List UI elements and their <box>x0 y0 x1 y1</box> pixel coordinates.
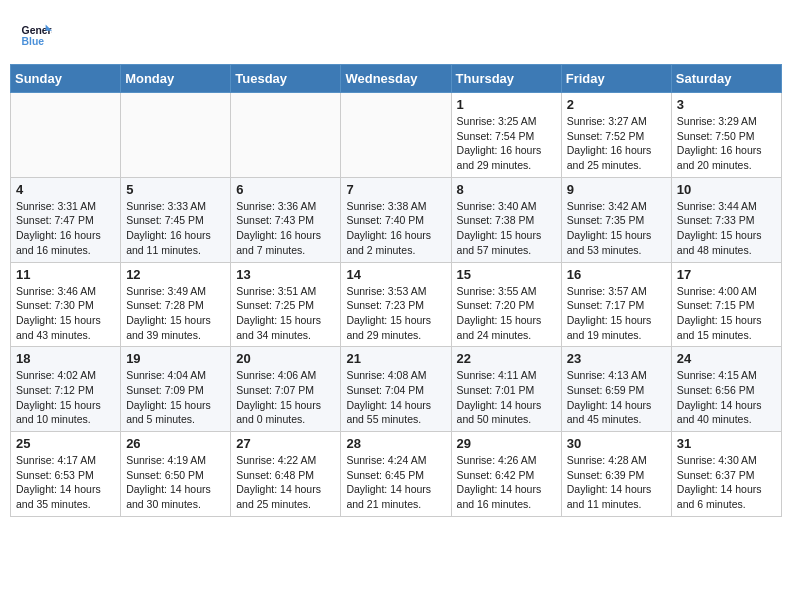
calendar-table: SundayMondayTuesdayWednesdayThursdayFrid… <box>10 64 782 517</box>
day-number: 14 <box>346 267 445 282</box>
day-number: 27 <box>236 436 335 451</box>
day-detail: Sunrise: 4:17 AMSunset: 6:53 PMDaylight:… <box>16 453 115 512</box>
calendar-cell: 1Sunrise: 3:25 AMSunset: 7:54 PMDaylight… <box>451 93 561 178</box>
weekday-header-friday: Friday <box>561 65 671 93</box>
svg-text:Blue: Blue <box>22 36 45 47</box>
day-number: 4 <box>16 182 115 197</box>
day-number: 10 <box>677 182 776 197</box>
day-detail: Sunrise: 4:02 AMSunset: 7:12 PMDaylight:… <box>16 368 115 427</box>
day-number: 29 <box>457 436 556 451</box>
day-number: 16 <box>567 267 666 282</box>
day-number: 28 <box>346 436 445 451</box>
day-number: 21 <box>346 351 445 366</box>
day-number: 23 <box>567 351 666 366</box>
weekday-header-tuesday: Tuesday <box>231 65 341 93</box>
day-detail: Sunrise: 4:13 AMSunset: 6:59 PMDaylight:… <box>567 368 666 427</box>
calendar-cell: 27Sunrise: 4:22 AMSunset: 6:48 PMDayligh… <box>231 432 341 517</box>
logo-icon: General Blue <box>20 18 52 50</box>
calendar-cell: 25Sunrise: 4:17 AMSunset: 6:53 PMDayligh… <box>11 432 121 517</box>
weekday-header-wednesday: Wednesday <box>341 65 451 93</box>
day-detail: Sunrise: 3:53 AMSunset: 7:23 PMDaylight:… <box>346 284 445 343</box>
day-detail: Sunrise: 3:38 AMSunset: 7:40 PMDaylight:… <box>346 199 445 258</box>
day-detail: Sunrise: 4:22 AMSunset: 6:48 PMDaylight:… <box>236 453 335 512</box>
day-detail: Sunrise: 3:46 AMSunset: 7:30 PMDaylight:… <box>16 284 115 343</box>
day-detail: Sunrise: 3:51 AMSunset: 7:25 PMDaylight:… <box>236 284 335 343</box>
logo: General Blue <box>20 18 52 50</box>
day-number: 22 <box>457 351 556 366</box>
calendar-cell <box>231 93 341 178</box>
calendar-header-row: SundayMondayTuesdayWednesdayThursdayFrid… <box>11 65 782 93</box>
day-number: 11 <box>16 267 115 282</box>
calendar-cell <box>341 93 451 178</box>
weekday-header-thursday: Thursday <box>451 65 561 93</box>
day-detail: Sunrise: 4:30 AMSunset: 6:37 PMDaylight:… <box>677 453 776 512</box>
day-number: 12 <box>126 267 225 282</box>
day-number: 20 <box>236 351 335 366</box>
calendar-cell: 23Sunrise: 4:13 AMSunset: 6:59 PMDayligh… <box>561 347 671 432</box>
day-detail: Sunrise: 3:49 AMSunset: 7:28 PMDaylight:… <box>126 284 225 343</box>
day-number: 13 <box>236 267 335 282</box>
calendar-cell: 13Sunrise: 3:51 AMSunset: 7:25 PMDayligh… <box>231 262 341 347</box>
day-detail: Sunrise: 4:26 AMSunset: 6:42 PMDaylight:… <box>457 453 556 512</box>
day-number: 9 <box>567 182 666 197</box>
calendar-cell: 4Sunrise: 3:31 AMSunset: 7:47 PMDaylight… <box>11 177 121 262</box>
day-number: 1 <box>457 97 556 112</box>
day-detail: Sunrise: 4:28 AMSunset: 6:39 PMDaylight:… <box>567 453 666 512</box>
page-header: General Blue <box>10 10 782 54</box>
day-number: 17 <box>677 267 776 282</box>
calendar-cell: 22Sunrise: 4:11 AMSunset: 7:01 PMDayligh… <box>451 347 561 432</box>
calendar-cell: 19Sunrise: 4:04 AMSunset: 7:09 PMDayligh… <box>121 347 231 432</box>
calendar-cell: 16Sunrise: 3:57 AMSunset: 7:17 PMDayligh… <box>561 262 671 347</box>
calendar-cell: 29Sunrise: 4:26 AMSunset: 6:42 PMDayligh… <box>451 432 561 517</box>
calendar-cell: 8Sunrise: 3:40 AMSunset: 7:38 PMDaylight… <box>451 177 561 262</box>
day-number: 30 <box>567 436 666 451</box>
calendar-cell: 6Sunrise: 3:36 AMSunset: 7:43 PMDaylight… <box>231 177 341 262</box>
calendar-cell: 31Sunrise: 4:30 AMSunset: 6:37 PMDayligh… <box>671 432 781 517</box>
day-detail: Sunrise: 3:42 AMSunset: 7:35 PMDaylight:… <box>567 199 666 258</box>
day-number: 31 <box>677 436 776 451</box>
calendar-cell <box>11 93 121 178</box>
day-detail: Sunrise: 3:44 AMSunset: 7:33 PMDaylight:… <box>677 199 776 258</box>
day-number: 6 <box>236 182 335 197</box>
calendar-cell: 20Sunrise: 4:06 AMSunset: 7:07 PMDayligh… <box>231 347 341 432</box>
calendar-week-row: 18Sunrise: 4:02 AMSunset: 7:12 PMDayligh… <box>11 347 782 432</box>
day-detail: Sunrise: 4:06 AMSunset: 7:07 PMDaylight:… <box>236 368 335 427</box>
day-number: 26 <box>126 436 225 451</box>
day-detail: Sunrise: 3:25 AMSunset: 7:54 PMDaylight:… <box>457 114 556 173</box>
day-detail: Sunrise: 3:27 AMSunset: 7:52 PMDaylight:… <box>567 114 666 173</box>
day-detail: Sunrise: 4:11 AMSunset: 7:01 PMDaylight:… <box>457 368 556 427</box>
calendar-week-row: 4Sunrise: 3:31 AMSunset: 7:47 PMDaylight… <box>11 177 782 262</box>
calendar-cell: 3Sunrise: 3:29 AMSunset: 7:50 PMDaylight… <box>671 93 781 178</box>
day-detail: Sunrise: 3:57 AMSunset: 7:17 PMDaylight:… <box>567 284 666 343</box>
day-detail: Sunrise: 4:24 AMSunset: 6:45 PMDaylight:… <box>346 453 445 512</box>
calendar-cell: 30Sunrise: 4:28 AMSunset: 6:39 PMDayligh… <box>561 432 671 517</box>
day-detail: Sunrise: 4:15 AMSunset: 6:56 PMDaylight:… <box>677 368 776 427</box>
day-number: 8 <box>457 182 556 197</box>
calendar-cell: 9Sunrise: 3:42 AMSunset: 7:35 PMDaylight… <box>561 177 671 262</box>
day-number: 2 <box>567 97 666 112</box>
calendar-cell: 28Sunrise: 4:24 AMSunset: 6:45 PMDayligh… <box>341 432 451 517</box>
calendar-week-row: 11Sunrise: 3:46 AMSunset: 7:30 PMDayligh… <box>11 262 782 347</box>
calendar-cell: 11Sunrise: 3:46 AMSunset: 7:30 PMDayligh… <box>11 262 121 347</box>
calendar-cell: 10Sunrise: 3:44 AMSunset: 7:33 PMDayligh… <box>671 177 781 262</box>
calendar-cell: 17Sunrise: 4:00 AMSunset: 7:15 PMDayligh… <box>671 262 781 347</box>
weekday-header-monday: Monday <box>121 65 231 93</box>
calendar-cell: 15Sunrise: 3:55 AMSunset: 7:20 PMDayligh… <box>451 262 561 347</box>
day-detail: Sunrise: 3:29 AMSunset: 7:50 PMDaylight:… <box>677 114 776 173</box>
calendar-cell: 24Sunrise: 4:15 AMSunset: 6:56 PMDayligh… <box>671 347 781 432</box>
day-number: 7 <box>346 182 445 197</box>
calendar-week-row: 25Sunrise: 4:17 AMSunset: 6:53 PMDayligh… <box>11 432 782 517</box>
calendar-cell: 14Sunrise: 3:53 AMSunset: 7:23 PMDayligh… <box>341 262 451 347</box>
calendar-cell: 2Sunrise: 3:27 AMSunset: 7:52 PMDaylight… <box>561 93 671 178</box>
calendar-cell: 7Sunrise: 3:38 AMSunset: 7:40 PMDaylight… <box>341 177 451 262</box>
calendar-cell: 18Sunrise: 4:02 AMSunset: 7:12 PMDayligh… <box>11 347 121 432</box>
day-detail: Sunrise: 3:31 AMSunset: 7:47 PMDaylight:… <box>16 199 115 258</box>
day-detail: Sunrise: 4:08 AMSunset: 7:04 PMDaylight:… <box>346 368 445 427</box>
day-detail: Sunrise: 4:00 AMSunset: 7:15 PMDaylight:… <box>677 284 776 343</box>
calendar-cell: 26Sunrise: 4:19 AMSunset: 6:50 PMDayligh… <box>121 432 231 517</box>
day-detail: Sunrise: 3:33 AMSunset: 7:45 PMDaylight:… <box>126 199 225 258</box>
calendar-cell: 21Sunrise: 4:08 AMSunset: 7:04 PMDayligh… <box>341 347 451 432</box>
day-number: 18 <box>16 351 115 366</box>
day-number: 3 <box>677 97 776 112</box>
calendar-cell: 5Sunrise: 3:33 AMSunset: 7:45 PMDaylight… <box>121 177 231 262</box>
